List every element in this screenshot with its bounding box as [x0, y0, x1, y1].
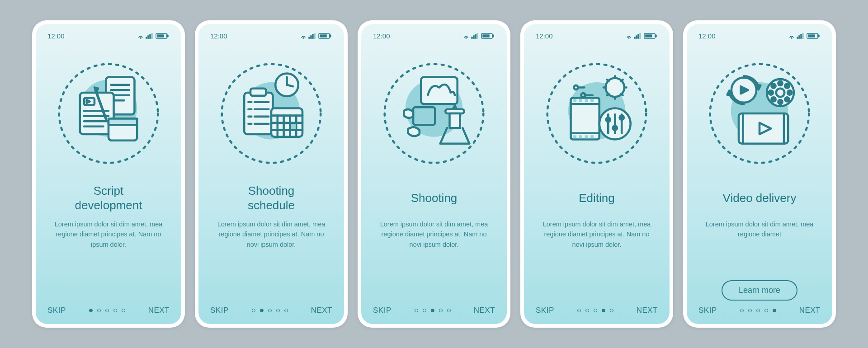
page-dot[interactable] [773, 309, 776, 312]
svg-marker-121 [756, 85, 760, 89]
page-dot[interactable] [415, 309, 418, 312]
status-bar: 12:00 [698, 30, 821, 41]
svg-line-74 [462, 128, 469, 144]
svg-rect-94 [573, 99, 576, 102]
svg-rect-29 [312, 34, 313, 38]
svg-rect-78 [636, 36, 637, 38]
svg-rect-116 [808, 35, 815, 37]
page-dot[interactable] [252, 309, 255, 312]
next-button[interactable]: NEXT [799, 306, 821, 315]
page-dot[interactable] [439, 309, 443, 312]
page-dot[interactable] [740, 309, 744, 312]
screen-title: Shooting schedule [210, 183, 332, 213]
status-time: 12:00 [373, 32, 390, 40]
screen-title: Shooting [373, 183, 495, 213]
page-dot[interactable] [122, 309, 125, 312]
svg-rect-110 [797, 37, 798, 38]
next-button[interactable]: NEXT [148, 306, 170, 315]
svg-marker-17 [87, 100, 90, 103]
status-icons [789, 32, 821, 39]
svg-rect-71 [450, 113, 460, 128]
svg-rect-33 [320, 35, 326, 37]
svg-rect-113 [802, 33, 803, 38]
svg-point-132 [785, 84, 789, 88]
svg-point-76 [628, 38, 629, 38]
svg-rect-115 [818, 35, 819, 37]
svg-rect-57 [291, 124, 296, 129]
status-bar: 12:00 [210, 30, 332, 41]
page-dot[interactable] [764, 309, 768, 312]
page-dot[interactable] [260, 309, 264, 312]
skip-button[interactable]: SKIP [698, 306, 717, 315]
svg-rect-97 [590, 99, 594, 102]
svg-point-108 [620, 116, 624, 120]
page-dot[interactable] [89, 309, 93, 312]
svg-rect-133 [739, 113, 788, 144]
page-dot[interactable] [431, 309, 434, 312]
onboarding-footer: SKIP NEXT [698, 301, 821, 315]
onboarding-screen: 12:00 Script development Lorem ipsum dol… [36, 24, 181, 324]
page-dot[interactable] [284, 309, 288, 312]
schedule-icon [210, 55, 332, 172]
page-dot[interactable] [756, 309, 760, 312]
svg-rect-4 [151, 33, 152, 38]
svg-rect-59 [472, 37, 472, 38]
page-dot[interactable] [423, 309, 426, 312]
phone-mockup: 12:00 Shooting Lorem ipsum dolor sit dim… [358, 20, 510, 328]
page-dot[interactable] [268, 309, 272, 312]
svg-rect-79 [638, 34, 639, 38]
svg-point-126 [778, 100, 782, 104]
svg-point-128 [788, 90, 792, 94]
page-dot[interactable] [585, 309, 589, 312]
svg-rect-61 [475, 34, 476, 38]
delivery-icon [698, 55, 821, 172]
skip-button[interactable]: SKIP [373, 306, 392, 315]
svg-point-58 [466, 38, 467, 38]
svg-rect-100 [585, 135, 588, 138]
svg-rect-39 [244, 93, 273, 134]
onboarding-footer: SKIP NEXT [210, 301, 332, 315]
page-dot[interactable] [105, 309, 109, 312]
screen-title: Video delivery [698, 183, 821, 213]
page-dot[interactable] [610, 309, 613, 312]
onboarding-screen: 12:00 Shooting schedule Lorem ipsum dolo… [198, 24, 344, 324]
page-dot[interactable] [748, 309, 752, 312]
status-time: 12:00 [536, 32, 553, 40]
svg-rect-2 [148, 36, 149, 38]
page-dot[interactable] [602, 309, 605, 312]
onboarding-footer: SKIP NEXT [373, 301, 495, 315]
svg-rect-82 [655, 35, 656, 37]
page-dot[interactable] [276, 309, 280, 312]
svg-rect-64 [492, 35, 494, 37]
svg-rect-95 [579, 99, 582, 102]
svg-rect-32 [330, 35, 331, 37]
skip-button[interactable]: SKIP [47, 306, 66, 315]
svg-rect-1 [146, 37, 147, 38]
svg-rect-40 [250, 89, 266, 96]
svg-rect-60 [473, 36, 474, 38]
page-dot[interactable] [113, 309, 117, 312]
page-dot[interactable] [97, 309, 101, 312]
next-button[interactable]: NEXT [311, 306, 332, 315]
status-icons [301, 32, 332, 39]
svg-rect-7 [157, 35, 164, 37]
next-button[interactable]: NEXT [637, 306, 658, 315]
phone-mockup: 12:00 Editing Lorem ipsum dolor sit dim … [520, 20, 673, 328]
next-button[interactable]: NEXT [474, 306, 495, 315]
svg-point-26 [303, 38, 304, 38]
page-dot[interactable] [577, 309, 581, 312]
screen-description: Lorem ipsum dolor sit dim amet, mea regi… [373, 219, 495, 301]
svg-rect-77 [634, 37, 635, 38]
status-time: 12:00 [698, 32, 716, 40]
skip-button[interactable]: SKIP [210, 306, 229, 315]
script-icon [47, 55, 170, 172]
skip-button[interactable]: SKIP [536, 306, 554, 315]
learn-more-button[interactable]: Learn more [722, 280, 797, 301]
svg-point-130 [785, 97, 789, 101]
screen-description: Lorem ipsum dolor sit dim amet, mea regi… [47, 219, 170, 301]
page-indicator [89, 309, 125, 312]
svg-rect-80 [640, 33, 641, 38]
svg-point-109 [791, 38, 792, 38]
page-dot[interactable] [594, 309, 597, 312]
page-dot[interactable] [447, 309, 451, 312]
